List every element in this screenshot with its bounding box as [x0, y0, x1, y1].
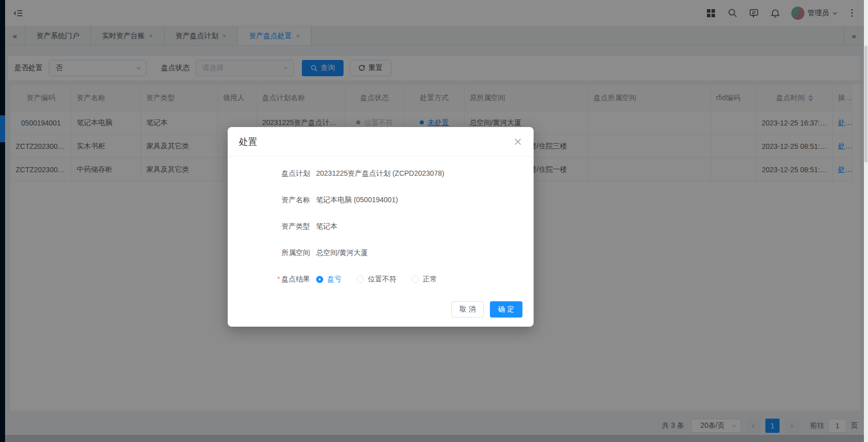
radio-icon	[316, 276, 323, 283]
dialog-field-result: *盘点结果盘亏位置不符正常	[253, 271, 523, 288]
cancel-button[interactable]: 取 消	[451, 301, 484, 318]
radio-label: 盘亏	[327, 275, 342, 284]
radio-option-1[interactable]: 位置不符	[357, 275, 396, 284]
required-asterisk: *	[277, 275, 280, 283]
field-label: 资产类型	[253, 222, 310, 231]
confirm-button[interactable]: 确 定	[490, 301, 522, 318]
radio-option-0[interactable]: 盘亏	[316, 275, 342, 284]
radio-icon	[412, 276, 419, 283]
field-value: 20231225资产盘点计划 (ZCPD2023078)	[316, 169, 444, 178]
dialog-field: 所属空间总空间/黄河大厦	[253, 245, 523, 261]
dialog-field: 盘点计划20231225资产盘点计划 (ZCPD2023078)	[253, 166, 523, 182]
radio-option-2[interactable]: 正常	[412, 275, 437, 284]
dialog-header: 处置	[228, 127, 534, 156]
field-label-required: *盘点结果	[253, 275, 310, 284]
dialog-field: 资产类型笔记本	[253, 218, 523, 235]
dialog-field: 资产名称笔记本电脑 (0500194001)	[253, 192, 523, 208]
field-label: 所属空间	[253, 248, 310, 258]
scrollbar-thumb[interactable]	[864, 46, 867, 163]
dispose-dialog: 处置 盘点计划20231225资产盘点计划 (ZCPD2023078)资产名称笔…	[228, 127, 534, 327]
field-label: 盘点计划	[253, 169, 310, 178]
field-label: 资产名称	[253, 196, 310, 205]
radio-label: 位置不符	[368, 275, 396, 284]
browser-scrollbar[interactable]	[864, 0, 868, 442]
radio-icon	[357, 276, 364, 283]
field-value: 笔记本电脑 (0500194001)	[316, 196, 398, 205]
close-icon[interactable]	[513, 137, 522, 146]
radio-label: 正常	[423, 275, 437, 284]
field-value: 总空间/黄河大厦	[316, 248, 368, 258]
dialog-title: 处置	[239, 136, 257, 148]
result-radio-group: 盘亏位置不符正常	[316, 275, 452, 284]
field-value: 笔记本	[316, 222, 337, 231]
